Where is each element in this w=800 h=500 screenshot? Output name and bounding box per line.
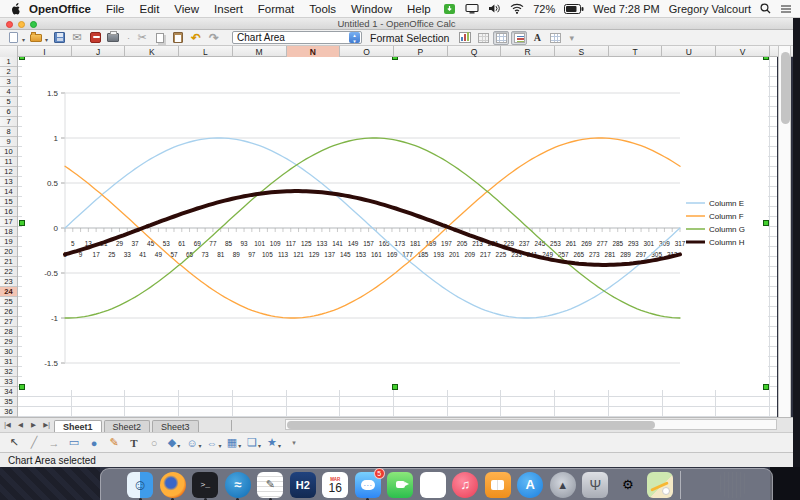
open-icon[interactable] xyxy=(28,31,44,45)
column-header-T[interactable]: T xyxy=(609,46,663,57)
chart-handle-bottom-center[interactable] xyxy=(392,384,398,390)
menu-user[interactable]: Gregory Valcourt xyxy=(669,3,751,15)
dock-icon-ibooks[interactable] xyxy=(485,472,511,498)
row-header-24[interactable]: 24 xyxy=(0,287,17,297)
row-header-26[interactable]: 26 xyxy=(0,307,17,317)
ellipse-tool-icon[interactable] xyxy=(86,435,102,451)
column-header-U[interactable]: U xyxy=(662,46,716,57)
dock-icon-finder[interactable]: ☺ xyxy=(127,472,153,498)
data-table-icon[interactable] xyxy=(475,31,491,45)
dock-icon-trash[interactable] xyxy=(720,472,746,498)
chart-type-icon[interactable] xyxy=(457,31,473,45)
dock-icon-terminal[interactable]: >_ xyxy=(192,472,218,498)
row-header-20[interactable]: 20 xyxy=(0,247,17,257)
vertical-scrollbar[interactable] xyxy=(778,46,791,417)
arrow-tool-icon[interactable] xyxy=(46,435,62,451)
legend-label[interactable]: Column G xyxy=(709,225,745,234)
export-pdf-icon[interactable] xyxy=(87,31,103,45)
row-header-15[interactable]: 15 xyxy=(0,197,17,207)
previous-sheet-button[interactable]: ◀ xyxy=(15,420,26,431)
chart-handle-bottom-right[interactable] xyxy=(763,384,769,390)
dock-icon-launchpad[interactable]: ▲ xyxy=(550,472,576,498)
legend-toggle-icon[interactable] xyxy=(511,31,527,45)
horizontal-grids-toggle-icon[interactable] xyxy=(493,31,509,45)
row-header-27[interactable]: 27 xyxy=(0,317,17,327)
block-arrows-icon[interactable]: ▾ xyxy=(206,435,222,451)
apple-menu-icon[interactable] xyxy=(10,2,21,15)
row-header-16[interactable]: 16 xyxy=(0,207,17,217)
menu-item-tools[interactable]: Tools xyxy=(309,3,336,15)
column-header-S[interactable]: S xyxy=(555,46,609,57)
row-header-14[interactable]: 14 xyxy=(0,187,17,197)
column-header-J[interactable]: J xyxy=(72,46,126,57)
row-header-21[interactable]: 21 xyxy=(0,257,17,267)
row-header-10[interactable]: 10 xyxy=(0,147,17,157)
paste-icon[interactable] xyxy=(170,31,186,45)
symbol-shapes-icon[interactable]: ▾ xyxy=(186,435,202,451)
row-header-4[interactable]: 4 xyxy=(0,87,17,97)
dock-icon-facetime[interactable] xyxy=(387,472,413,498)
dock-icon-system-preferences[interactable]: ⚙ xyxy=(615,472,641,498)
selector-stepper-icon[interactable]: ▲▼ xyxy=(349,32,360,43)
freeform-tool-icon[interactable] xyxy=(106,435,122,451)
horizontal-scrollbar-thumb[interactable] xyxy=(287,421,655,429)
row-header-2[interactable]: 2 xyxy=(0,67,17,77)
chart-object[interactable]: 1.510.50-0.5-1-1.55132129374553616977859… xyxy=(22,57,768,390)
dock-icon-maps[interactable] xyxy=(647,472,673,498)
copy-icon[interactable] xyxy=(152,31,168,45)
dock-icon-appstore[interactable]: A xyxy=(517,472,543,498)
column-header-K[interactable]: K xyxy=(125,46,179,57)
export-email-icon[interactable]: ✉ xyxy=(69,31,85,45)
notification-center-icon[interactable] xyxy=(780,4,792,14)
row-header-23[interactable]: 23 xyxy=(0,277,17,287)
wifi-icon[interactable] xyxy=(510,3,524,14)
row-header-12[interactable]: 12 xyxy=(0,167,17,177)
star-shapes-icon[interactable]: ▾ xyxy=(266,435,282,451)
row-header-31[interactable]: 31 xyxy=(0,357,17,367)
row-header-30[interactable]: 30 xyxy=(0,347,17,357)
chart-element-selector[interactable]: Chart Area ▲▼ xyxy=(232,31,362,44)
tabbar-divider[interactable] xyxy=(231,420,232,431)
row-header-6[interactable]: 6 xyxy=(0,107,17,117)
titles-icon[interactable]: A xyxy=(529,31,545,45)
callout-shapes-icon[interactable]: ▾ xyxy=(246,435,262,451)
legend-label[interactable]: Column F xyxy=(709,212,744,221)
row-header-29[interactable]: 29 xyxy=(0,337,17,347)
battery-icon[interactable] xyxy=(564,4,584,14)
sheet-tab-sheet2[interactable]: Sheet2 xyxy=(104,420,151,433)
menu-item-file[interactable]: File xyxy=(106,3,125,15)
next-sheet-button[interactable]: ▶ xyxy=(28,420,39,431)
undo-icon[interactable]: ↶ xyxy=(188,31,204,45)
row-header-8[interactable]: 8 xyxy=(0,127,17,137)
row-header-3[interactable]: 3 xyxy=(0,77,17,87)
sheet-tab-sheet1[interactable]: Sheet1 xyxy=(54,420,102,433)
column-header-L[interactable]: L xyxy=(179,46,233,57)
format-selection-button[interactable]: Format Selection xyxy=(370,32,449,44)
save-icon[interactable] xyxy=(51,31,67,45)
row-header-9[interactable]: 9 xyxy=(0,137,17,147)
menu-item-view[interactable]: View xyxy=(174,3,199,15)
dock-icon-itunes[interactable]: ♫ xyxy=(452,472,478,498)
dock-icon-firefox[interactable] xyxy=(160,472,186,498)
sheet-tab-sheet3[interactable]: Sheet3 xyxy=(152,420,199,433)
menu-item-openoffice[interactable]: OpenOffice xyxy=(29,3,91,15)
row-header-11[interactable]: 11 xyxy=(0,157,17,167)
select-all-corner[interactable] xyxy=(0,46,18,57)
dock-icon-textedit[interactable]: ✎ xyxy=(257,472,283,498)
column-header-R[interactable]: R xyxy=(501,46,555,57)
chart-data-icon[interactable] xyxy=(547,31,563,45)
row-header-5[interactable]: 5 xyxy=(0,97,17,107)
row-header-35[interactable]: 35 xyxy=(0,397,17,407)
menu-item-help[interactable]: Help xyxy=(407,3,431,15)
menu-item-format[interactable]: Format xyxy=(258,3,294,15)
menu-item-insert[interactable]: Insert xyxy=(214,3,243,15)
legend-label[interactable]: Column E xyxy=(709,199,744,208)
row-header-36[interactable]: 36 xyxy=(0,407,17,417)
row-header-7[interactable]: 7 xyxy=(0,117,17,127)
column-header-Q[interactable]: Q xyxy=(448,46,502,57)
basic-shapes-icon[interactable]: ▾ xyxy=(166,435,182,451)
redo-icon[interactable]: ↷ xyxy=(206,31,222,45)
row-header-33[interactable]: 33 xyxy=(0,377,17,387)
text-tool-icon[interactable] xyxy=(126,435,142,451)
horizontal-scrollbar[interactable] xyxy=(285,419,777,430)
